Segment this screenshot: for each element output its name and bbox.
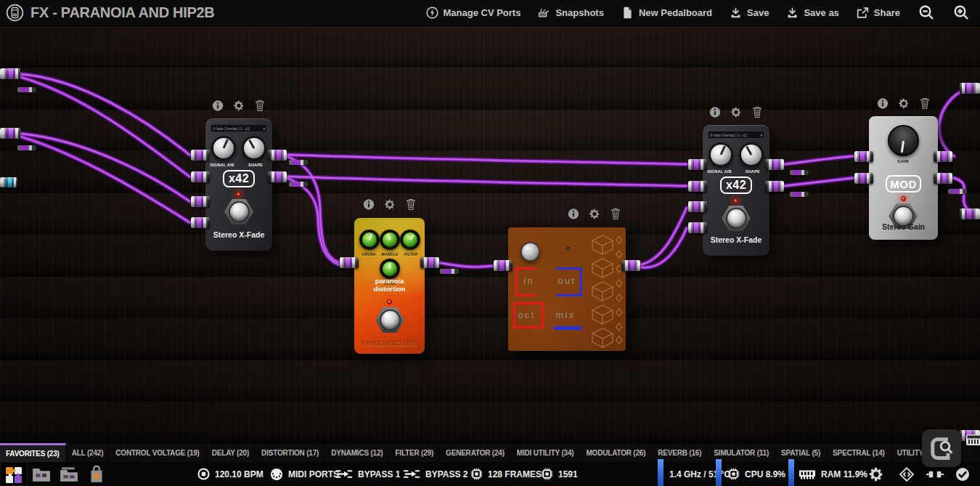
shape-knob[interactable]	[739, 142, 764, 167]
audio-input-port[interactable]	[688, 181, 707, 192]
metal-knob[interactable]	[520, 242, 540, 262]
tab-dynamics[interactable]: DYNAMICS (12)	[325, 443, 389, 462]
pedal-stereo-gain[interactable]: GAIN MOD Stereo Gain	[869, 116, 938, 240]
tab-delay[interactable]: DELAY (20)	[206, 443, 256, 462]
cable-stub[interactable]	[17, 145, 36, 150]
hardware-capture-port-2[interactable]	[0, 128, 20, 139]
manage-cv-ports-button[interactable]: Manage CV Ports	[426, 7, 521, 19]
plugin-store-button[interactable]	[83, 462, 110, 486]
pedal-stereo-xfade-2[interactable]: X-fade Overlap [-1..+1]▾ SIGNAL A/B SHAP…	[703, 125, 769, 256]
gear-icon[interactable]	[233, 100, 245, 112]
pedal-stereo-xfade-1[interactable]: X-fade Overlap [-1..+1]▾ SIGNAL A/B SHAP…	[205, 118, 272, 251]
tab-filter[interactable]: FILTER (29)	[389, 443, 440, 462]
gear-icon[interactable]	[589, 208, 600, 220]
param-strip[interactable]: X-fade Overlap [-1..+1]▾	[708, 131, 764, 139]
hardware-playback-port-2[interactable]	[960, 208, 980, 219]
footswitch[interactable]	[224, 199, 253, 224]
tab-all[interactable]: ALL (242)	[66, 443, 110, 462]
cable-stub[interactable]	[289, 182, 308, 187]
filter-knob[interactable]	[400, 230, 420, 250]
audio-input-port[interactable]	[688, 159, 707, 170]
plugin-library-button[interactable]	[0, 462, 28, 486]
audio-output-port[interactable]	[621, 260, 640, 271]
gear-icon[interactable]	[898, 97, 910, 110]
mangle-knob[interactable]	[380, 230, 400, 250]
tab-distortion[interactable]: DISTORTION (17)	[256, 443, 325, 462]
signal-ab-knob[interactable]	[211, 136, 236, 161]
save-as-button[interactable]: Save as	[786, 7, 838, 19]
param-strip[interactable]: X-fade Overlap [-1..+1]▾	[211, 124, 267, 132]
banks-button[interactable]	[55, 462, 83, 486]
cable-stub[interactable]	[440, 269, 459, 274]
gear-icon[interactable]	[384, 198, 396, 211]
signal-ab-knob[interactable]	[709, 142, 733, 167]
dev-mode-button[interactable]	[899, 462, 915, 486]
audio-input-port[interactable]	[191, 171, 210, 182]
tab-control-voltage[interactable]: CONTROL VOLTAGE (19)	[110, 443, 205, 462]
audio-output-port[interactable]	[934, 173, 952, 184]
cpu-usage[interactable]: CPU 8.9%	[727, 462, 785, 486]
audio-input-port[interactable]	[688, 201, 707, 212]
audio-input-port[interactable]	[191, 217, 210, 228]
trash-icon[interactable]	[405, 198, 417, 211]
gain-knob[interactable]	[888, 125, 919, 156]
footswitch[interactable]	[375, 307, 404, 333]
audio-output-port[interactable]	[765, 159, 784, 170]
info-icon[interactable]	[212, 100, 224, 112]
ram-usage[interactable]: RAM 11.9%	[799, 462, 867, 486]
audio-input-port[interactable]	[854, 173, 873, 184]
pedal-paranoia-distortion[interactable]: CRUSH MANGLE FILTER LEVEL paranoia disto…	[354, 218, 425, 354]
tab-spectral[interactable]: SPECTRAL (14)	[827, 443, 891, 462]
audio-output-port[interactable]	[934, 151, 952, 162]
tab-favorites[interactable]: FAVORITES (23)	[0, 443, 66, 462]
trash-icon[interactable]	[751, 106, 763, 118]
zoom-out-button[interactable]	[918, 4, 935, 22]
cable-stub[interactable]	[17, 87, 36, 92]
info-icon[interactable]	[568, 208, 579, 220]
snapshots-button[interactable]: Snapshots	[538, 7, 603, 19]
level-knob[interactable]	[380, 259, 400, 279]
plugin-search-button[interactable]	[922, 429, 961, 467]
midi-ports-button[interactable]: MIDI PORTS	[270, 462, 339, 486]
pedal-pcb-octave[interactable]: in out oct mix	[508, 227, 626, 351]
audio-input-port[interactable]	[854, 151, 873, 162]
audio-output-port[interactable]	[268, 150, 287, 161]
bypass1-toggle[interactable]: BYPASS 1	[335, 462, 400, 486]
audio-output-port[interactable]	[268, 171, 287, 182]
footswitch[interactable]	[722, 206, 751, 231]
save-button[interactable]: Save	[730, 7, 769, 19]
cable-cores[interactable]	[20, 74, 974, 267]
info-icon[interactable]	[363, 198, 375, 211]
share-button[interactable]: Share	[857, 7, 900, 19]
hardware-capture-port-1[interactable]	[0, 68, 20, 79]
settings-button[interactable]	[868, 462, 884, 486]
info-icon[interactable]	[709, 106, 721, 118]
cable-stub[interactable]	[948, 189, 967, 194]
xrun-counter[interactable]: 1591	[541, 462, 578, 486]
cable-stub[interactable]	[790, 170, 809, 175]
audio-input-port[interactable]	[191, 196, 210, 207]
zoom-in-button[interactable]	[952, 4, 970, 22]
tab-spatial[interactable]: SPATIAL (5)	[775, 443, 827, 462]
new-pedalboard-button[interactable]: New Pedalboard	[621, 7, 712, 19]
shape-knob[interactable]	[242, 136, 266, 161]
gear-icon[interactable]	[730, 106, 742, 118]
hardware-playback-port-1[interactable]	[960, 83, 980, 94]
audio-input-port[interactable]	[688, 222, 707, 233]
transport-bpm[interactable]: 120.10 BPM	[197, 462, 264, 486]
pedalboard-canvas[interactable]: X-fade Overlap [-1..+1]▾ SIGNAL A/B SHAP…	[0, 26, 980, 442]
audio-output-port[interactable]	[765, 181, 784, 192]
buffer-frames[interactable]: 128 FRAMES	[470, 462, 542, 486]
hardware-midi-port[interactable]	[0, 177, 17, 187]
tab-generator[interactable]: GENERATOR (24)	[440, 443, 511, 462]
tab-modulator[interactable]: MODULATOR (26)	[580, 443, 652, 462]
bypass2-toggle[interactable]: BYPASS 2	[403, 462, 467, 486]
virtual-keyboard-icon[interactable]	[966, 434, 980, 445]
audio-input-port[interactable]	[191, 150, 210, 161]
audio-input-port[interactable]	[340, 257, 359, 268]
trash-icon[interactable]	[919, 97, 931, 110]
trash-icon[interactable]	[254, 100, 266, 112]
info-icon[interactable]	[877, 97, 889, 110]
trash-icon[interactable]	[610, 208, 621, 220]
tab-midi-utility[interactable]: MIDI UTILITY (34)	[511, 443, 581, 462]
